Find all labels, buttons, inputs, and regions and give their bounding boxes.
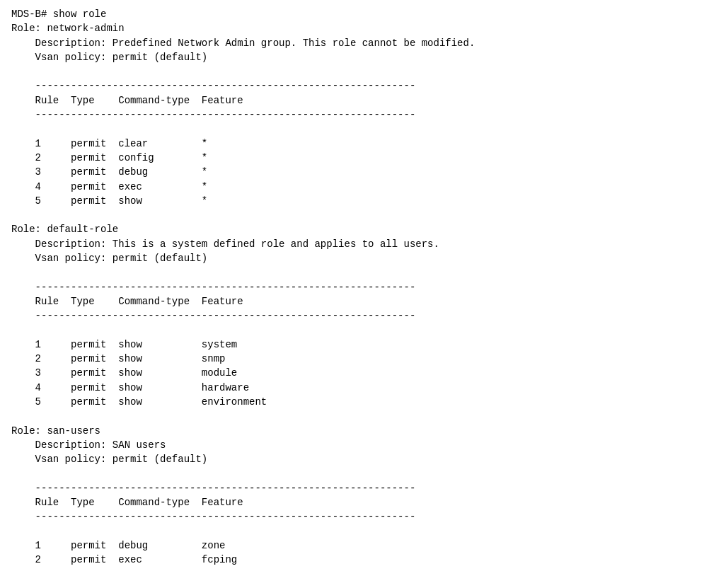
- role-1-rule-3: 3 permit debug *: [11, 165, 710, 179]
- role-2-rule-2: 2 permit show snmp: [11, 352, 710, 366]
- role-1-divider2: ----------------------------------------…: [11, 108, 710, 122]
- spacer: [11, 122, 710, 136]
- role-1-vsan: Vsan policy: permit (default): [11, 50, 710, 64]
- spacer: [11, 409, 710, 423]
- role-1-rule-1: 1 permit clear *: [11, 137, 710, 151]
- role-2-rule-4: 4 permit show hardware: [11, 381, 710, 395]
- terminal-output: MDS-B# show role Role: network-admin Des…: [11, 7, 710, 567]
- spacer: [11, 265, 710, 279]
- role-1-rule-4: 4 permit exec *: [11, 180, 710, 194]
- role-2-vsan: Vsan policy: permit (default): [11, 251, 710, 265]
- role-3-rule-2: 2 permit exec fcping: [11, 553, 710, 567]
- role-2-divider1: ----------------------------------------…: [11, 280, 710, 294]
- role-1-description: Description: Predefined Network Admin gr…: [11, 36, 710, 50]
- role-3-divider2: ----------------------------------------…: [11, 509, 710, 524]
- role-3-description: Description: SAN users: [11, 438, 710, 452]
- role-1-rule-5: 5 permit show *: [11, 194, 710, 208]
- role-2-header: Rule Type Command-type Feature: [11, 294, 710, 309]
- spacer: [11, 208, 710, 222]
- role-3-divider1: ----------------------------------------…: [11, 481, 710, 495]
- role-2-rule-3: 3 permit show module: [11, 366, 710, 380]
- role-1-rule-2: 2 permit config *: [11, 151, 710, 165]
- role-3-name: Role: san-users: [11, 424, 710, 438]
- spacer: [11, 467, 710, 481]
- prompt-line: MDS-B# show role: [11, 7, 710, 21]
- role-2-rule-5: 5 permit show environment: [11, 395, 710, 409]
- role-1-header: Rule Type Command-type Feature: [11, 93, 710, 108]
- spacer: [11, 323, 710, 338]
- role-2-name: Role: default-role: [11, 222, 710, 236]
- role-3-vsan: Vsan policy: permit (default): [11, 452, 710, 466]
- role-3-rule-1: 1 permit debug zone: [11, 538, 710, 553]
- role-2-description: Description: This is a system defined ro…: [11, 237, 710, 251]
- role-2-rule-1: 1 permit show system: [11, 338, 710, 352]
- spacer: [11, 64, 710, 79]
- role-1-divider1: ----------------------------------------…: [11, 79, 710, 93]
- spacer: [11, 524, 710, 538]
- role-2-divider2: ----------------------------------------…: [11, 309, 710, 323]
- role-1-name: Role: network-admin: [11, 21, 710, 35]
- role-3-header: Rule Type Command-type Feature: [11, 495, 710, 509]
